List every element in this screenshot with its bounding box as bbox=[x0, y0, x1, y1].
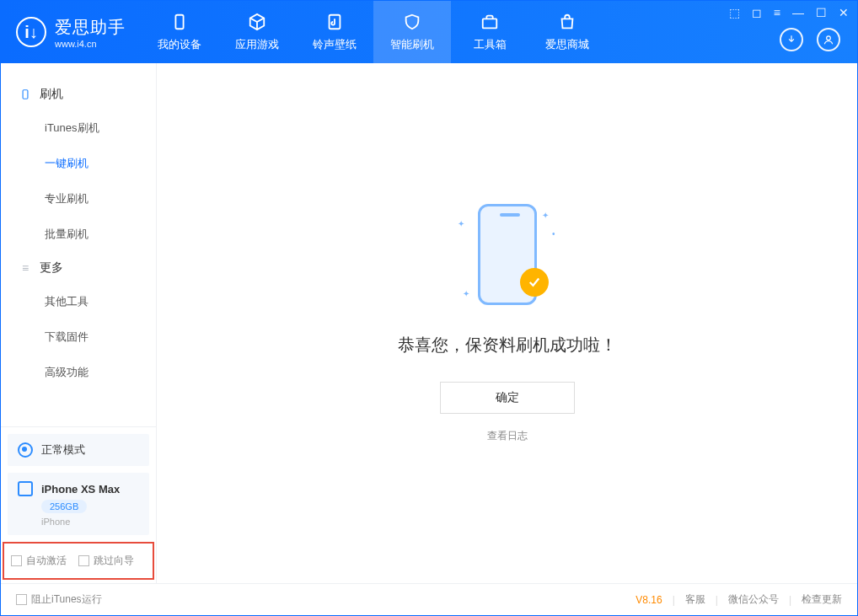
close-icon[interactable]: ✕ bbox=[839, 6, 849, 19]
sidebar-item-itunes-flash[interactable]: iTunes刷机 bbox=[1, 110, 156, 146]
device-name: iPhone XS Max bbox=[41, 483, 120, 495]
user-icon bbox=[823, 34, 834, 46]
checkbox-icon bbox=[16, 594, 27, 605]
support-link[interactable]: 客服 bbox=[685, 592, 705, 607]
tab-label: 爱思商城 bbox=[545, 37, 589, 52]
skip-guide-checkbox[interactable]: 跳过向导 bbox=[78, 554, 134, 568]
sidebar-item-advanced[interactable]: 高级功能 bbox=[1, 355, 156, 390]
device-icon bbox=[18, 481, 33, 496]
sidebar-scroll: 刷机 iTunes刷机 一键刷机 专业刷机 批量刷机 ≡ 更多 其他工具 下载固… bbox=[1, 63, 156, 426]
app-name-cn: 爱思助手 bbox=[55, 16, 126, 39]
tab-apps-games[interactable]: 应用游戏 bbox=[218, 1, 296, 63]
list-icon: ≡ bbox=[19, 262, 31, 274]
sidebar-item-oneclick-flash[interactable]: 一键刷机 bbox=[1, 146, 156, 181]
device-capacity-badge: 256GB bbox=[41, 500, 87, 513]
logo-icon: i↓ bbox=[16, 17, 46, 47]
check-update-link[interactable]: 检查更新 bbox=[802, 592, 842, 607]
bag-icon bbox=[557, 12, 577, 32]
checkbox-label: 阻止iTunes运行 bbox=[31, 592, 102, 607]
sparkle-icon: • bbox=[552, 229, 555, 238]
header-right-buttons bbox=[780, 28, 840, 51]
separator: | bbox=[789, 594, 791, 606]
sidebar-group-more[interactable]: ≡ 更多 bbox=[1, 252, 156, 284]
svg-rect-0 bbox=[175, 15, 183, 29]
footer: 阻止iTunes运行 V8.16 | 客服 | 微信公众号 | 检查更新 bbox=[1, 583, 857, 615]
app-name-en: www.i4.cn bbox=[55, 39, 126, 49]
feedback-icon[interactable]: ◻ bbox=[752, 6, 762, 19]
tab-smart-flash[interactable]: 智能刷机 bbox=[373, 1, 451, 63]
toolbox-icon bbox=[480, 12, 500, 32]
main-content: ✦ ✦ ✦ • 恭喜您，保资料刷机成功啦！ 确定 查看日志 bbox=[157, 63, 857, 583]
success-message: 恭喜您，保资料刷机成功啦！ bbox=[398, 334, 617, 356]
checkbox-label: 自动激活 bbox=[26, 554, 67, 568]
window-controls: ⬚ ◻ ≡ — ☐ ✕ bbox=[729, 6, 849, 19]
checkbox-icon bbox=[11, 555, 22, 566]
skin-icon[interactable]: ⬚ bbox=[729, 6, 740, 19]
minimize-icon[interactable]: — bbox=[792, 6, 804, 19]
success-illustration: ✦ ✦ ✦ • bbox=[461, 204, 554, 313]
sidebar-item-pro-flash[interactable]: 专业刷机 bbox=[1, 181, 156, 217]
phone-icon bbox=[169, 12, 190, 32]
svg-rect-2 bbox=[483, 19, 497, 28]
download-button[interactable] bbox=[780, 28, 803, 51]
device-type: iPhone bbox=[41, 517, 139, 527]
separator: | bbox=[673, 594, 675, 606]
svg-point-3 bbox=[827, 36, 831, 40]
sidebar: 刷机 iTunes刷机 一键刷机 专业刷机 批量刷机 ≡ 更多 其他工具 下载固… bbox=[1, 63, 157, 583]
cube-icon bbox=[247, 12, 267, 32]
user-button[interactable] bbox=[817, 28, 840, 51]
tab-store[interactable]: 爱思商城 bbox=[528, 1, 606, 63]
sparkle-icon: ✦ bbox=[542, 211, 549, 220]
view-log-link[interactable]: 查看日志 bbox=[487, 429, 528, 443]
body: 刷机 iTunes刷机 一键刷机 专业刷机 批量刷机 ≡ 更多 其他工具 下载固… bbox=[1, 63, 857, 583]
sparkle-icon: ✦ bbox=[458, 219, 464, 228]
sidebar-item-batch-flash[interactable]: 批量刷机 bbox=[1, 217, 156, 252]
tab-label: 应用游戏 bbox=[235, 37, 279, 52]
tab-my-device[interactable]: 我的设备 bbox=[141, 1, 218, 63]
main-tabs: 我的设备 应用游戏 铃声壁纸 智能刷机 工具箱 爱思商城 bbox=[141, 1, 606, 63]
tab-label: 智能刷机 bbox=[390, 37, 434, 52]
checkbox-icon bbox=[78, 555, 89, 566]
group-title: 更多 bbox=[40, 260, 63, 276]
tab-toolbox[interactable]: 工具箱 bbox=[451, 1, 528, 63]
ok-button[interactable]: 确定 bbox=[440, 382, 575, 414]
music-file-icon bbox=[324, 12, 345, 32]
app-logo: i↓ 爱思助手 www.i4.cn bbox=[1, 16, 141, 49]
mode-box[interactable]: 正常模式 bbox=[8, 434, 149, 466]
shield-icon bbox=[402, 12, 422, 32]
tab-label: 铃声壁纸 bbox=[313, 37, 357, 52]
sidebar-group-flash[interactable]: 刷机 bbox=[1, 78, 156, 110]
device-box[interactable]: iPhone XS Max 256GB iPhone bbox=[8, 473, 149, 535]
highlighted-checks-box: 自动激活 跳过向导 bbox=[3, 542, 154, 580]
device-small-icon bbox=[19, 88, 31, 100]
group-title: 刷机 bbox=[40, 87, 63, 102]
version-label: V8.16 bbox=[635, 594, 662, 606]
mode-icon bbox=[18, 442, 33, 458]
maximize-icon[interactable]: ☐ bbox=[816, 6, 827, 19]
block-itunes-checkbox[interactable]: 阻止iTunes运行 bbox=[16, 592, 102, 607]
check-badge-icon bbox=[520, 268, 549, 297]
svg-rect-4 bbox=[23, 90, 28, 99]
download-icon bbox=[786, 34, 797, 46]
sidebar-item-other-tools[interactable]: 其他工具 bbox=[1, 284, 156, 319]
sparkle-icon: ✦ bbox=[463, 289, 469, 298]
auto-activate-checkbox[interactable]: 自动激活 bbox=[11, 554, 67, 568]
tab-ringtones-wallpapers[interactable]: 铃声壁纸 bbox=[296, 1, 373, 63]
header: i↓ 爱思助手 www.i4.cn 我的设备 应用游戏 铃声壁纸 智能刷机 工具… bbox=[1, 1, 857, 63]
tab-label: 我的设备 bbox=[158, 37, 201, 52]
menu-icon[interactable]: ≡ bbox=[774, 6, 780, 19]
footer-right: V8.16 | 客服 | 微信公众号 | 检查更新 bbox=[635, 592, 842, 607]
separator: | bbox=[716, 594, 718, 606]
sidebar-item-download-firmware[interactable]: 下载固件 bbox=[1, 319, 156, 355]
logo-text: 爱思助手 www.i4.cn bbox=[55, 16, 126, 49]
sidebar-bottom: 正常模式 iPhone XS Max 256GB iPhone 自动激活 跳过向… bbox=[1, 426, 156, 583]
wechat-link[interactable]: 微信公众号 bbox=[728, 592, 779, 607]
mode-label: 正常模式 bbox=[41, 442, 85, 458]
tab-label: 工具箱 bbox=[474, 37, 507, 52]
checkbox-label: 跳过向导 bbox=[94, 554, 134, 568]
